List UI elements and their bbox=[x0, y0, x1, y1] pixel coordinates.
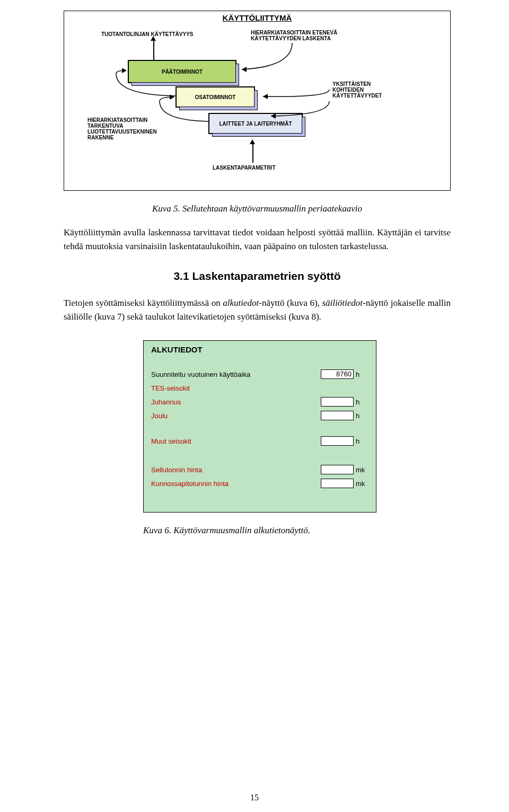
diagram-label-side-right: YKSITTÄISTEN KOHTEIDEN KÄYTETTÄVYYDET bbox=[332, 81, 391, 99]
arrow-curve-3 bbox=[255, 79, 335, 119]
caption-figure-5: Kuva 5. Sellutehtaan käyttövarmuusmallin… bbox=[64, 204, 451, 214]
unit-mk: mk bbox=[354, 466, 368, 474]
paragraph-2: Tietojen syöttämiseksi käyttöliittymässä… bbox=[64, 296, 451, 323]
diagram-title: KÄYTTÖLIITTYMÄ bbox=[64, 11, 450, 22]
label-kayttoaika: Suunniteltu vuotuinen käyttöaika bbox=[151, 370, 321, 378]
svg-marker-2 bbox=[263, 94, 268, 99]
form-title: ALKUTIEDOT bbox=[151, 345, 368, 354]
input-kayttoaika[interactable]: 8760 bbox=[321, 369, 354, 379]
unit-h: h bbox=[354, 398, 368, 406]
svg-marker-4 bbox=[170, 95, 174, 100]
paragraph-1: Käyttöliittymän avulla laskennassa tarvi… bbox=[64, 226, 451, 253]
label-tes-seisokit: TES-seisokit bbox=[151, 384, 368, 392]
caption-figure-6: Kuva 6. Käyttövarmuusmallin alkutietonäy… bbox=[143, 525, 451, 536]
unit-mk: mk bbox=[354, 480, 368, 488]
input-juhannus[interactable] bbox=[321, 397, 354, 407]
label-joulu: Joulu bbox=[151, 412, 321, 420]
arrow-curve-4 bbox=[154, 95, 213, 126]
svg-marker-0 bbox=[242, 67, 247, 72]
input-kunnossapitotunnin-hinta[interactable] bbox=[321, 479, 354, 488]
input-sellutonnin-hinta[interactable] bbox=[321, 465, 354, 474]
label-kunnossapitotunnin-hinta: Kunnossapitotunnin hinta bbox=[151, 480, 321, 488]
input-joulu[interactable] bbox=[321, 411, 354, 420]
diagram-label-top-right: HIERARKIATASOITTAIN ETENEVÄ KÄYTETTÄVYYD… bbox=[251, 30, 357, 41]
label-juhannus: Juhannus bbox=[151, 398, 321, 406]
diagram-label-bottom: LASKENTAPARAMETRIT bbox=[213, 165, 276, 171]
section-heading-3-1: 3.1 Laskentaparametrien syöttö bbox=[64, 270, 451, 283]
label-sellutonnin-hinta: Sellutonnin hinta bbox=[151, 466, 321, 474]
arrow-curve-1 bbox=[234, 43, 297, 75]
page-number: 15 bbox=[0, 793, 509, 802]
label-muut-seisokit: Muut seisokit bbox=[151, 437, 321, 445]
input-muut-seisokit[interactable] bbox=[321, 436, 354, 446]
diagram-label-top-left: TUOTANTOLINJAN KÄYTETTÄVYYS bbox=[101, 31, 197, 37]
unit-h: h bbox=[354, 437, 368, 445]
svg-marker-1 bbox=[122, 68, 127, 73]
alkutiedot-form: ALKUTIEDOT Suunniteltu vuotuinen käyttöa… bbox=[143, 340, 376, 513]
svg-marker-3 bbox=[271, 113, 276, 119]
unit-h: h bbox=[354, 370, 368, 378]
unit-h: h bbox=[354, 412, 368, 420]
diagram-container: KÄYTTÖLIITTYMÄ TUOTANTOLINJAN KÄYTETTÄVY… bbox=[64, 11, 451, 191]
